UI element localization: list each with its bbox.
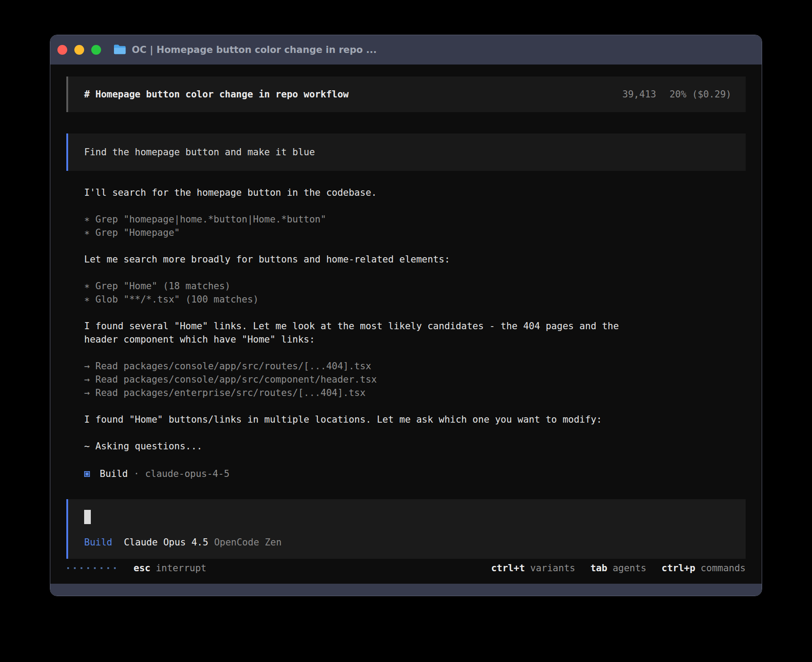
shortcut-key: ctrl+p [662, 561, 695, 575]
shortcut-key: tab [590, 561, 607, 575]
context-usage: 20% ($0.29) [670, 88, 731, 101]
window-controls [57, 45, 101, 55]
prompt-input[interactable]: Build Claude Opus 4.5 OpenCode Zen [66, 499, 746, 559]
window-title: OC | Homepage button color change in rep… [132, 44, 377, 55]
tool-call-grep: ∗ Grep "Homepage" [84, 226, 746, 239]
token-count: 39,413 [622, 88, 656, 101]
assistant-text: I found several "Home" links. Let me loo… [84, 319, 636, 346]
agent-model-id: claude-opus-4-5 [145, 467, 230, 480]
input-provider-label: OpenCode Zen [214, 536, 282, 549]
tool-call-grep: ∗ Grep "homepage|home.*button|Home.*butt… [84, 213, 746, 226]
spinner-dot [101, 567, 102, 569]
input-model-label[interactable]: Claude Opus 4.5 [124, 536, 208, 549]
desktop: OC | Homepage button color change in rep… [0, 0, 812, 662]
zoom-button[interactable] [91, 45, 101, 55]
spinner-dot [81, 567, 82, 569]
agent-build-icon [84, 471, 90, 477]
shortcut-label: variants [530, 561, 575, 575]
user-message: Find the homepage button and make it blu… [66, 133, 746, 171]
esc-key-action: interrupt [156, 561, 207, 575]
status-left: esc interrupt [67, 561, 207, 575]
tool-call-read: → Read packages/enterprise/src/routes/[.… [84, 386, 746, 400]
shortcut-key: ctrl+t [491, 561, 525, 575]
terminal-window: OC | Homepage button color change in rep… [50, 35, 762, 596]
spinner-dot [107, 567, 109, 569]
shortcut-variants: ctrl+t variants [491, 561, 575, 575]
text-cursor [84, 510, 91, 524]
session-stats: 39,413 20% ($0.29) [622, 88, 731, 101]
spinner-dot [87, 567, 89, 569]
shortcut-label: agents [613, 561, 646, 575]
tool-call-grep: ∗ Grep "Home" (18 matches) [84, 279, 746, 293]
spinner-dot [94, 567, 96, 569]
esc-key-hint: esc [134, 561, 150, 575]
titlebar: OC | Homepage button color change in rep… [50, 35, 762, 65]
tool-call-read: → Read packages/console/app/src/componen… [84, 373, 746, 386]
agent-separator: · [134, 467, 139, 480]
spinner-dot [67, 567, 69, 569]
minimize-button[interactable] [74, 45, 84, 55]
input-agent-label[interactable]: Build [84, 536, 112, 549]
terminal-content: # Homepage button color change in repo w… [50, 65, 762, 584]
assistant-text: Let me search more broadly for buttons a… [84, 253, 746, 266]
title-area: OC | Homepage button color change in rep… [114, 44, 377, 56]
tool-call-glob: ∗ Glob "**/*.tsx" (100 matches) [84, 293, 746, 306]
folder-icon [114, 44, 126, 56]
shortcut-label: commands [701, 561, 746, 575]
transcript: I'll search for the homepage button in t… [66, 186, 746, 481]
input-footer: Build Claude Opus 4.5 OpenCode Zen [84, 536, 730, 549]
progress-spinner [67, 567, 116, 569]
shortcut-agents: tab agents [590, 561, 646, 575]
close-button[interactable] [57, 45, 67, 55]
shortcut-commands: ctrl+p commands [662, 561, 746, 575]
agent-name: Build [100, 467, 128, 480]
session-header: # Homepage button color change in repo w… [66, 77, 746, 112]
activity-status: ~ Asking questions... [84, 440, 746, 453]
assistant-text: I'll search for the homepage button in t… [84, 186, 746, 199]
status-right: ctrl+t variants tab agents ctrl+p comman… [491, 561, 746, 575]
tool-call-read: → Read packages/console/app/src/routes/[… [84, 359, 746, 373]
spinner-dot [74, 567, 76, 569]
spinner-dot [114, 567, 116, 569]
assistant-text: I found "Home" buttons/links in multiple… [84, 413, 746, 426]
agent-status-row: Build · claude-opus-4-5 [84, 466, 746, 481]
status-bar: esc interrupt ctrl+t variants tab agents… [66, 561, 746, 577]
session-title: # Homepage button color change in repo w… [84, 88, 349, 101]
window-footer-strip [50, 584, 762, 596]
